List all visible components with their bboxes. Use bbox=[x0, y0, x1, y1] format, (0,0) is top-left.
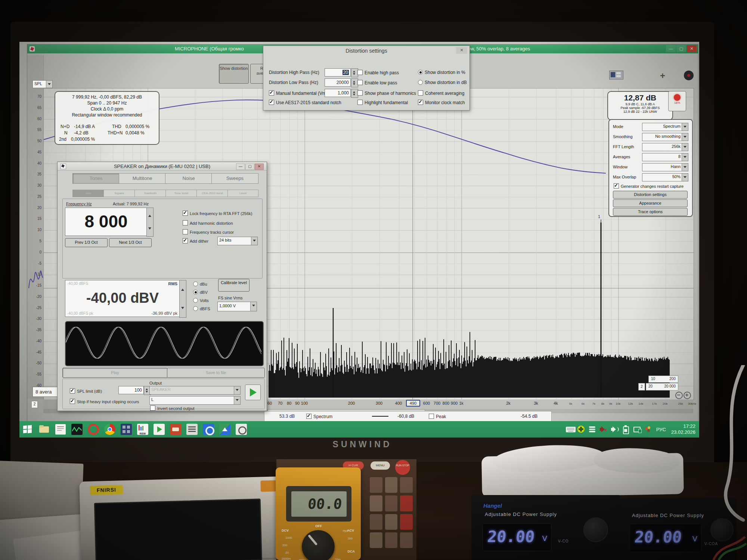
enable-low-pass-checkbox[interactable]: Enable low pass bbox=[357, 80, 397, 85]
rew-help-icon[interactable] bbox=[684, 71, 694, 80]
smoothing-select[interactable]: No smoothing bbox=[642, 133, 688, 141]
subtab-level[interactable]: Level bbox=[227, 190, 258, 197]
tab-noise[interactable]: Noise bbox=[165, 173, 212, 184]
taskbar-icon-editor[interactable] bbox=[54, 423, 67, 436]
generator-play-button[interactable] bbox=[245, 385, 261, 400]
window-select[interactable]: Hann bbox=[642, 163, 688, 171]
tab-sweeps[interactable]: Sweeps bbox=[211, 173, 258, 184]
stop-clipping-checkbox[interactable]: Stop if heavy input clipping occurs bbox=[70, 399, 139, 404]
record-button[interactable]: 16% bbox=[668, 91, 686, 111]
coherent-averaging-checkbox[interactable]: Coherent averaging bbox=[418, 90, 464, 96]
rotary-knob[interactable] bbox=[302, 530, 335, 560]
fft-length-select[interactable]: 256k bbox=[642, 143, 688, 151]
tray-icon-volume-muted[interactable]: × bbox=[599, 425, 608, 433]
subtab-cea-burst[interactable]: CEA-2010 burst bbox=[196, 190, 228, 197]
distortion-percent-radio[interactable]: Show distortion in % bbox=[418, 70, 465, 75]
pan-move-icon[interactable]: + bbox=[658, 71, 667, 81]
taskbar-icon-kicad[interactable] bbox=[169, 423, 182, 436]
taskbar-icon-chrome[interactable] bbox=[103, 423, 116, 436]
language-indicator[interactable]: РУС bbox=[656, 427, 666, 432]
monitor-clock-checkbox[interactable]: Monitor clock match bbox=[418, 100, 465, 105]
range-box-2[interactable]: 2020 000 bbox=[646, 383, 678, 391]
subtab-sine[interactable]: Sine bbox=[72, 190, 104, 197]
invert-output-checkbox[interactable]: Invert second output bbox=[150, 405, 195, 411]
tray-icon-battery[interactable] bbox=[622, 425, 630, 433]
enable-high-pass-checkbox[interactable]: Enable high pass bbox=[357, 70, 399, 75]
restart-capture-checkbox[interactable]: Generator changes restart capture bbox=[614, 183, 684, 189]
taskbar-icon-player[interactable] bbox=[153, 423, 165, 436]
menu-button[interactable]: MENU bbox=[371, 461, 390, 470]
taskbar-icon-scope[interactable] bbox=[71, 423, 83, 436]
highlight-fundamental-checkbox[interactable]: Highlight fundamental bbox=[357, 100, 408, 105]
layout-icon[interactable] bbox=[609, 71, 623, 80]
taskbar-icon-explorer[interactable] bbox=[38, 423, 50, 436]
trace-options-button[interactable]: Trace options bbox=[613, 208, 688, 216]
max-overlap-select[interactable]: 50% bbox=[642, 173, 688, 181]
output-channel-select[interactable]: L bbox=[149, 396, 241, 405]
tab-multitone[interactable]: Multitone bbox=[119, 173, 166, 184]
psu-knob[interactable] bbox=[583, 517, 608, 542]
range-tile[interactable]: 2 bbox=[638, 383, 645, 391]
scroll-badge[interactable]: 2 bbox=[31, 401, 38, 408]
spl-limit-field[interactable]: 100 bbox=[118, 386, 144, 394]
spectrum-toggle[interactable]: Spectrum bbox=[306, 414, 332, 419]
lock-frequency-checkbox[interactable]: Lock frequency to RTA FFT (256k) bbox=[183, 211, 252, 216]
maximize-button[interactable]: ▢ bbox=[676, 45, 686, 52]
calibrate-level-button[interactable]: Calibrate level bbox=[218, 279, 249, 292]
harmonic-distortion-checkbox[interactable]: Add harmonic distortion bbox=[183, 220, 233, 225]
appearance-button[interactable]: Appearance bbox=[613, 199, 688, 207]
close-button[interactable]: ✕ bbox=[687, 45, 697, 52]
frequency-input[interactable]: 8 000 bbox=[65, 208, 147, 236]
fs-sine-select[interactable]: 1,0000 V bbox=[217, 302, 257, 311]
generator-titlebar[interactable]: SPEAKER on Динамики (E-MU 0202 | USB) — … bbox=[58, 162, 267, 171]
tray-icon-volume[interactable] bbox=[611, 425, 619, 433]
taskbar-icon-settings[interactable] bbox=[202, 423, 215, 436]
level-input[interactable]: -40,00 dBFS RMS -40,00 dBV -40,00 dBFS p… bbox=[65, 280, 180, 317]
prev-third-oct-button[interactable]: Prev 1/3 Oct bbox=[65, 238, 108, 247]
dither-bits-select[interactable]: 24 bits bbox=[217, 237, 258, 245]
spl-mode-select[interactable]: SPL bbox=[32, 80, 53, 88]
unit-dbu-radio[interactable]: dBu bbox=[193, 281, 207, 286]
high-pass-field[interactable]: 20 bbox=[325, 68, 351, 77]
tray-icon-network[interactable] bbox=[633, 425, 641, 433]
tray-icon-layers[interactable] bbox=[588, 425, 596, 433]
taskbar-icon-media[interactable] bbox=[235, 423, 248, 436]
peak-toggle[interactable]: Peak bbox=[429, 414, 446, 419]
manual-fundamental-checkbox[interactable]: Manual fundamental (Vrms) bbox=[269, 90, 331, 96]
generator-maximize-button[interactable]: ▢ bbox=[245, 164, 254, 170]
unit-dbv-radio[interactable]: dBV bbox=[193, 290, 208, 295]
tab-tones[interactable]: Tones bbox=[72, 173, 120, 184]
distortion-db-radio[interactable]: Show distortion in dB bbox=[418, 80, 467, 85]
taskbar-clock[interactable]: 17:22 23.02.2026 bbox=[671, 423, 695, 435]
save-to-file-button[interactable]: Save to file bbox=[167, 368, 265, 378]
subtab-sawtooth[interactable]: Sawtooth bbox=[134, 190, 166, 197]
tray-icon-colors[interactable] bbox=[644, 425, 653, 433]
run-stop-button[interactable]: RUN STOP bbox=[395, 460, 410, 475]
play-button[interactable]: Play bbox=[62, 368, 168, 378]
generator-minimize-button[interactable]: — bbox=[236, 164, 245, 170]
tray-icon-antivirus[interactable] bbox=[577, 425, 585, 433]
averages-select[interactable]: 8 bbox=[642, 153, 688, 161]
add-dither-checkbox[interactable]: Add dither bbox=[183, 238, 208, 243]
manual-fundamental-field[interactable]: 1,000 bbox=[325, 89, 351, 97]
tracks-cursor-checkbox[interactable]: Frequency tracks cursor bbox=[183, 229, 234, 234]
next-third-oct-button[interactable]: Next 1/3 Oct bbox=[109, 238, 152, 247]
aes17-checkbox[interactable]: Use AES17-2015 standard notch bbox=[269, 100, 341, 105]
taskbar-icon-start[interactable] bbox=[21, 423, 34, 436]
unit-dbfs-radio[interactable]: dBFS bbox=[193, 306, 210, 311]
range-box-1[interactable]: 10200 bbox=[648, 376, 678, 383]
generator-close-button[interactable]: ✕ bbox=[255, 164, 264, 170]
unit-volts-radio[interactable]: Volts bbox=[193, 298, 209, 303]
low-pass-field[interactable]: 20000 bbox=[325, 78, 351, 87]
taskbar-icon-gridapp[interactable] bbox=[120, 423, 133, 436]
show-phase-checkbox[interactable]: Show phase of harmonics bbox=[357, 90, 416, 96]
taskbar-icon-viewer[interactable] bbox=[218, 423, 231, 436]
taskbar-icon-opera[interactable] bbox=[87, 423, 100, 436]
zoom-in-icon[interactable] bbox=[684, 392, 691, 399]
taskbar-icon-rew[interactable]: REW bbox=[136, 423, 149, 436]
spl-limit-checkbox[interactable]: SPL limit (dB) bbox=[70, 388, 102, 393]
subtab-square[interactable]: Square bbox=[103, 190, 135, 197]
mode-select[interactable]: Spectrum bbox=[642, 123, 688, 131]
output-device-select[interactable]: SPEAKER bbox=[149, 386, 241, 395]
frequency-spinner[interactable] bbox=[146, 208, 154, 237]
